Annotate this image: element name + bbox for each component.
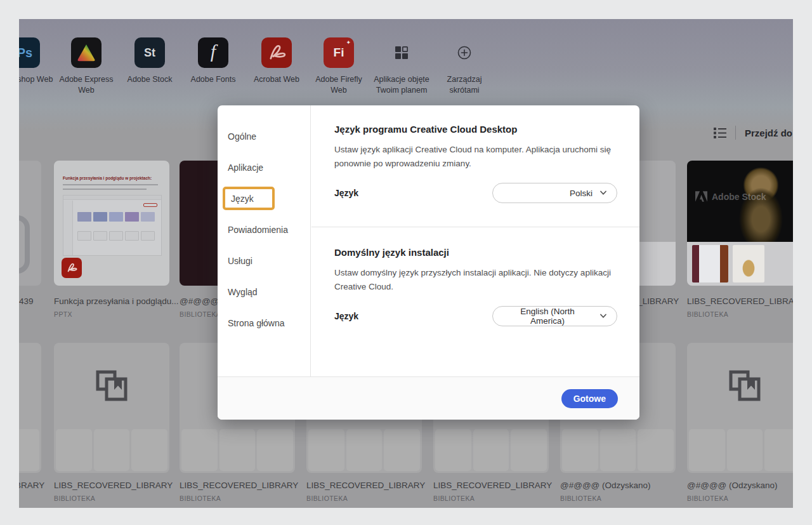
settings-content: Język programu Creative Cloud Desktop Us… [311,105,639,376]
plus-circle-icon [449,37,480,68]
card-title: Funkcja przesyłania i podglądu... [54,296,180,306]
section-title: Domyślny język instalacji [334,247,617,258]
adobe-fonts-icon: f [198,37,228,68]
install-language-section: Domyślny język instalacji Ustaw domyślny… [311,227,639,376]
section-description: Ustaw język aplikacji Creative Cloud na … [334,143,617,171]
creative-cloud-app: Ps Photoshop Web Adobe Express Web St Ad… [19,19,793,508]
doc-text-line [63,189,147,190]
card-subtitle: BIBLIOTEKA [560,495,676,502]
app-tile-manage-shortcuts[interactable]: Zarządzaj skrótami [433,37,496,96]
card-subtitle: BIBLIOTEKA [687,495,793,502]
card-subtitle: PPTX [54,310,169,318]
doc-text-line [63,184,158,185]
app-label: Acrobat Web [254,74,299,85]
app-label: Zarządzaj skrótami [433,74,496,96]
app-tile-adobe-express-web[interactable]: Adobe Express Web [55,37,118,96]
sidebar-item-appearance[interactable]: Wygląd [228,276,310,307]
photoshop-icon: Ps [19,37,40,68]
lion-stock-photo: Adobe Stock [687,161,793,242]
firefly-star: ✦ [346,39,351,46]
sidebar-item-home[interactable]: Strona główna [228,307,310,338]
card-title: LIBS_RECOVERED_LIBRARY [54,481,180,490]
library-items-strip [687,242,793,286]
settings-sidebar: Ogólne Aplikacje Język Powiadomienia Usł… [218,105,311,376]
install-language-value: English (North America) [502,307,593,326]
mini-thumb-website [692,245,728,282]
chevron-down-icon [599,190,607,196]
card-title: LIBS_RECOVERED_LIBRARY [306,481,432,490]
done-button[interactable]: Gotowe [561,389,618,408]
app-label: Adobe Firefly Web [307,74,370,96]
acrobat-icon [261,37,292,68]
app-tile-acrobat-web[interactable]: Acrobat Web [245,37,308,85]
grid-card-library[interactable] [687,343,793,473]
app-language-section: Język programu Creative Cloud Desktop Us… [311,105,639,227]
card-title: @#@@@ (Odzyskano) [687,481,793,490]
go-to-link[interactable]: Przejdź do [745,128,792,138]
library-toolbar: Przejdź do [714,124,792,141]
apps-grid-icon [386,37,417,68]
card-title: LIBS_RECOVERED_LIBRARY [19,481,51,490]
dialog-footer: Gotowe [218,376,639,420]
grid-card-library[interactable] [54,343,169,473]
settings-dialog: Ogólne Aplikacje Język Powiadomienia Usł… [218,105,639,420]
app-label: Photoshop Web [19,74,53,85]
sidebar-item-language[interactable]: Język [223,187,275,210]
sidebar-item-services[interactable]: Usługi [228,245,310,276]
app-label: Adobe Fonts [191,74,236,85]
sidebar-item-language-label: Język [231,194,254,204]
app-label: Adobe Stock [128,74,173,85]
sidebar-item-notifications[interactable]: Powiadomienia [228,214,310,245]
card-title: LIBS_RECOVERED_LIBRARY [180,481,305,490]
grid-card-pptx-document[interactable]: Funkcja przesyłania i podglądu w projekt… [54,161,169,286]
card-title: @#@@@ (Odzyskano) [560,481,686,490]
install-language-dropdown[interactable]: English (North America) [492,306,617,326]
app-label: Adobe Express Web [55,74,118,96]
chevron-down-icon [599,314,607,319]
file-outline-icon [19,215,30,274]
doc-thumbnail-title: Funkcja przesyłania i podglądu w projekt… [63,176,162,181]
grid-card-library[interactable] [19,343,41,473]
app-tile-apps-in-plan[interactable]: Aplikacje objęte Twoim planem [370,37,433,96]
app-language-dropdown[interactable]: Polski [492,183,617,203]
firefly-icon: Fi ✦ [324,37,354,68]
card-subtitle: BIBLIOTEKA [433,495,549,502]
doc-screenshot [63,195,162,256]
card-title: LIBS_RECOVERED_LIBRARY [433,481,559,490]
app-tile-adobe-stock[interactable]: St Adobe Stock [118,37,181,85]
language-field-label: Język [334,311,358,321]
firefly-abbr: Fi [334,46,344,60]
library-icon [728,369,761,402]
library-icon [95,369,128,402]
app-language-value: Polski [570,189,593,198]
card-subtitle: BIBLIOTEKA [306,495,422,502]
adobe-stock-icon: St [134,37,165,68]
app-label: Aplikacje objęte Twoim planem [370,74,433,96]
grid-card-file-partial[interactable] [19,161,41,286]
card-subtitle: BIBLIOTEKA [687,310,793,318]
grid-card-lion-library[interactable]: Adobe Stock [687,161,793,286]
adobe-logo-icon [695,191,707,202]
acrobat-pdf-icon [62,258,82,278]
screenshot-frame: Ps Photoshop Web Adobe Express Web St Ad… [0,0,812,525]
card-subtitle: BIBLIOTEKA [54,495,169,502]
card-title: LIBS_RECOVERED_LIBRARY [687,296,793,306]
app-tile-adobe-fonts[interactable]: f Adobe Fonts [181,37,245,85]
adobe-stock-watermark: Adobe Stock [695,191,766,202]
sidebar-item-apps[interactable]: Aplikacje [228,152,310,183]
section-description: Ustaw domyślny język przyszłych instalac… [334,266,617,294]
toolbar-divider [735,126,736,140]
sidebar-item-general[interactable]: Ogólne [228,121,310,152]
list-view-icon[interactable] [714,128,726,138]
app-tile-adobe-firefly-web[interactable]: Fi ✦ Adobe Firefly Web [307,37,370,96]
app-tile-photoshop-web[interactable]: Ps Photoshop Web [19,37,56,85]
section-title: Język programu Creative Cloud Desktop [334,124,617,135]
adobe-express-icon [71,37,102,68]
language-field-label: Język [334,188,358,198]
card-subtitle: BIBLIOTEKA [180,495,295,502]
mini-thumb-lion-cub [733,245,764,282]
